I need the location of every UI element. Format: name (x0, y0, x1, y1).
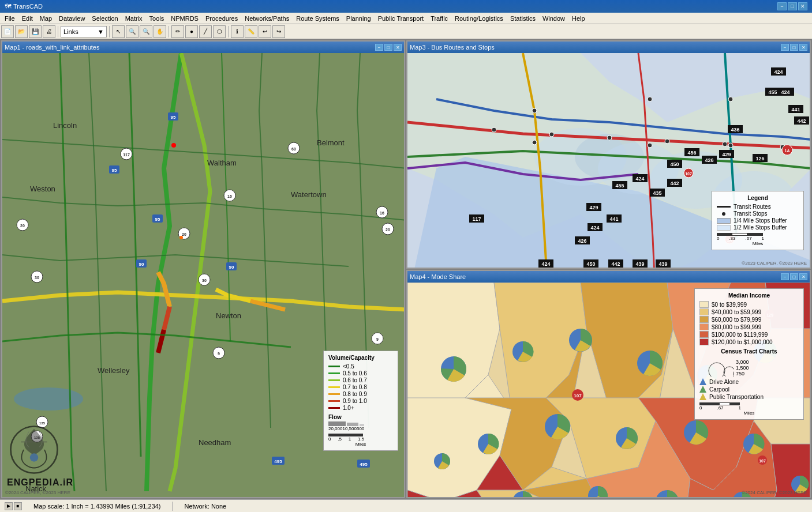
svg-text:Lincoln: Lincoln (53, 121, 77, 130)
menu-procedures[interactable]: Procedures (202, 14, 241, 23)
map4-content[interactable]: 107 107 1A 129 Median Income $0 to $39,9… (407, 283, 810, 497)
measure-btn[interactable]: 📏 (245, 25, 257, 38)
map4-controls[interactable]: − □ ✕ (781, 273, 807, 280)
svg-text:495: 495 (274, 459, 282, 464)
edit-mode-btn[interactable]: ✏ (171, 25, 184, 38)
svg-text:Weston: Weston (30, 185, 55, 193)
carpool-label: Carpool (709, 386, 729, 393)
map4-maximize[interactable]: □ (790, 273, 798, 280)
menu-networks-paths[interactable]: Networks/Paths (241, 14, 293, 23)
map1-controls[interactable]: − □ ✕ (375, 44, 402, 51)
menu-routing[interactable]: Routing/Logistics (451, 14, 507, 23)
map1-title: Map1 - roads_with_link_attributes (5, 44, 99, 51)
menu-statistics[interactable]: Statistics (507, 14, 539, 23)
map1-window: Map1 - roads_with_link_attributes − □ ✕ (1, 40, 405, 498)
map4-close[interactable]: ✕ (799, 273, 807, 280)
menu-map[interactable]: Map (36, 14, 55, 23)
legend-item-5: 0.8 to 0.9 (328, 391, 393, 397)
map3-maximize[interactable]: □ (790, 44, 798, 51)
map3-content[interactable]: 117 424 442 429 455 424 435 (407, 53, 810, 268)
menu-window[interactable]: Window (539, 14, 568, 23)
map1-background: 95 95 20 20 20 30 30 (2, 53, 404, 497)
map3-controls[interactable]: − □ ✕ (781, 44, 807, 51)
line-btn[interactable]: ╱ (199, 25, 212, 38)
map1-maximize[interactable]: □ (384, 44, 392, 51)
status-btn-2[interactable]: ■ (14, 502, 22, 510)
watermark (8, 424, 60, 477)
status-btn-1[interactable]: ▶ (5, 502, 13, 510)
menu-planning[interactable]: Planning (343, 14, 375, 23)
svg-marker-181 (699, 386, 706, 393)
map3-minimize[interactable]: − (781, 44, 789, 51)
menu-edit[interactable]: Edit (18, 14, 36, 23)
close-button[interactable]: ✕ (798, 2, 807, 10)
menu-npmrds[interactable]: NPMRDS (167, 14, 202, 23)
map1-copyright: ©2024 CALIPER, ©2023 HERE (5, 490, 70, 495)
map3-legend-title: Legend (717, 195, 799, 201)
svg-text:117: 117 (123, 153, 130, 157)
status-buttons[interactable]: ▶ ■ (5, 502, 22, 510)
map1-close[interactable]: ✕ (394, 44, 402, 51)
svg-text:Waltham: Waltham (207, 159, 237, 167)
svg-text:107: 107 (685, 172, 692, 176)
menu-traffic[interactable]: Traffic (427, 14, 451, 23)
legend-item-6: 0.9 to 1.0 (328, 398, 393, 404)
svg-text:442: 442 (797, 118, 806, 124)
select-btn[interactable]: ↖ (112, 25, 125, 38)
svg-point-72 (648, 97, 652, 101)
svg-text:424: 424 (541, 261, 550, 267)
node-btn[interactable]: ● (185, 25, 198, 38)
print-btn[interactable]: 🖨 (43, 25, 55, 38)
map4-window: Map4 - Mode Share − □ ✕ (406, 270, 811, 498)
new-btn[interactable]: 📄 (1, 25, 14, 38)
zoom-in-btn[interactable]: 🔍 (126, 25, 139, 38)
svg-marker-182 (699, 393, 706, 400)
svg-text:60: 60 (291, 147, 296, 151)
menu-selection[interactable]: Selection (88, 14, 121, 23)
svg-text:426: 426 (578, 238, 586, 244)
svg-text:9: 9 (376, 337, 379, 341)
sep2 (109, 26, 110, 37)
redo-btn[interactable]: ↪ (272, 25, 285, 38)
menu-help[interactable]: Help (568, 14, 589, 23)
map4-income-title: Median Income (699, 292, 799, 299)
sep3 (169, 26, 169, 37)
minimize-button[interactable]: − (777, 2, 787, 10)
save-btn[interactable]: 💾 (29, 25, 42, 38)
svg-text:442: 442 (670, 180, 679, 186)
polygon-btn[interactable]: ⬡ (213, 25, 226, 38)
pan-btn[interactable]: ✋ (154, 25, 166, 38)
map1-content[interactable]: 95 95 20 20 20 30 30 (2, 53, 404, 497)
toolbar: 📄 📂 💾 🖨 Links ▼ ↖ 🔍 🔍 ✋ ✏ ● ╱ ⬡ ℹ 📏 ↩ ↪ (0, 24, 812, 39)
map4-minimize[interactable]: − (781, 273, 789, 280)
zoom-out-btn[interactable]: 🔍 (140, 25, 152, 38)
transit-label: Public Transportation (709, 394, 764, 400)
sep1 (58, 26, 58, 37)
svg-text:95: 95 (171, 115, 176, 120)
svg-text:Wellesley: Wellesley (98, 366, 130, 375)
svg-text:450: 450 (586, 261, 595, 267)
svg-marker-180 (699, 378, 706, 385)
drive-alone-label: Drive Alone (709, 379, 739, 385)
menu-tools[interactable]: Tools (146, 14, 168, 23)
maximize-button[interactable]: □ (788, 2, 797, 10)
map3-close[interactable]: ✕ (799, 44, 807, 51)
income-100-120: $100,000 to $119,999 (699, 331, 799, 338)
svg-text:424: 424 (635, 176, 644, 182)
menu-file[interactable]: File (1, 14, 18, 23)
legend-item-1: <0.5 (328, 363, 393, 370)
layer-dropdown[interactable]: Links ▼ (61, 26, 107, 37)
menu-route-systems[interactable]: Route Systems (293, 14, 343, 23)
map3-transit-stops: Transit Stops (717, 210, 799, 217)
identify-btn[interactable]: ℹ (231, 25, 244, 38)
open-btn[interactable]: 📂 (15, 25, 28, 38)
window-controls[interactable]: − □ ✕ (777, 2, 807, 10)
menu-dataview[interactable]: Dataview (55, 14, 88, 23)
menu-matrix[interactable]: Matrix (122, 14, 146, 23)
undo-btn[interactable]: ↩ (259, 25, 271, 38)
network-text: Network: None (184, 503, 226, 510)
map1-minimize[interactable]: − (375, 44, 383, 51)
svg-text:439: 439 (635, 261, 644, 267)
svg-point-1 (14, 387, 83, 411)
menu-public-transport[interactable]: Public Transport (375, 14, 427, 23)
